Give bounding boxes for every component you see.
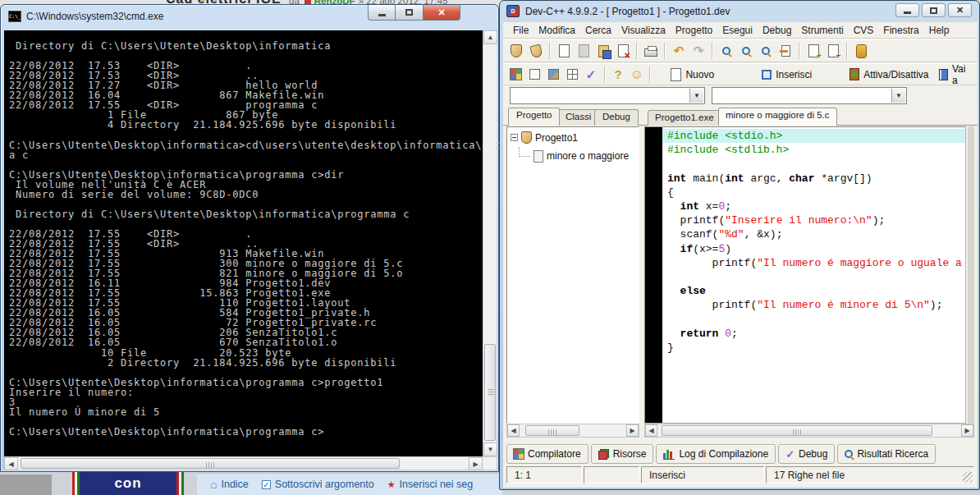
webpage-gray-block: [0, 474, 52, 495]
menu-item[interactable]: Help: [924, 25, 955, 36]
link-inserisci-segnalibri[interactable]: ★Inserisci nei seg: [387, 479, 474, 490]
toggle-breakpoint-button[interactable]: Attiva/Disattiva: [845, 66, 933, 82]
maximize-button[interactable]: [922, 3, 946, 17]
redo-button[interactable]: ↷: [689, 41, 708, 61]
project-options-button[interactable]: [851, 41, 871, 61]
tab-risultati-ricerca[interactable]: Risultati Ricerca: [837, 444, 936, 464]
project-panel-hscrollbar[interactable]: ◀ ▶: [506, 424, 639, 438]
insert-button[interactable]: Inserisci: [757, 67, 817, 82]
minimize-button[interactable]: [895, 3, 919, 17]
menu-item[interactable]: Modifica: [534, 25, 580, 36]
compile-toolbar: ✓ ? ☺ Nuovo Inserisci Attiva/Disattiva V…: [503, 63, 978, 85]
red-x-icon: ✕: [624, 52, 630, 60]
new-file-button[interactable]: [554, 41, 574, 61]
chevron-down-icon[interactable]: ▼: [689, 89, 703, 103]
collapse-icon[interactable]: [511, 134, 518, 141]
editor-tab-progetto1-exe[interactable]: Progetto1.exe: [648, 110, 721, 126]
tree-node-project[interactable]: Progetto1: [511, 131, 578, 144]
compile-run-icon: [548, 69, 559, 80]
print-button[interactable]: [641, 41, 661, 61]
maximize-button[interactable]: [396, 5, 423, 21]
menu-item[interactable]: File: [508, 25, 534, 36]
menu-item[interactable]: Debug: [758, 25, 796, 36]
code-line: scanf("%d", &x);: [662, 227, 965, 241]
tab-log-compilazione[interactable]: Log di Compilazione: [656, 444, 776, 464]
add-to-project-button[interactable]: +: [804, 41, 823, 61]
chevron-down-icon[interactable]: ▼: [891, 89, 905, 103]
scroll-down-button[interactable]: ▼: [483, 442, 497, 456]
compiler-combobox[interactable]: ▼: [510, 87, 705, 104]
horizontal-scroll-thumb[interactable]: [21, 458, 400, 469]
minimize-button[interactable]: [368, 5, 396, 21]
compile-icon: [511, 69, 521, 80]
find-in-files-button[interactable]: [736, 41, 756, 61]
tab-classi[interactable]: Classi: [557, 109, 599, 126]
about-button[interactable]: ☺: [628, 65, 647, 85]
menu-item[interactable]: Visualizza: [616, 25, 671, 36]
editor-hscrollbar[interactable]: ◀ ▶: [644, 424, 974, 438]
rebuild-all-button[interactable]: [563, 65, 582, 85]
menu-item[interactable]: Esegui: [717, 25, 758, 36]
goto-button[interactable]: Vai a: [934, 62, 978, 88]
tab-risorse[interactable]: Risorse: [591, 444, 654, 464]
close-button[interactable]: ✕: [948, 3, 972, 17]
tab-debug[interactable]: Debug: [594, 109, 639, 126]
scroll-right-button[interactable]: ▶: [626, 424, 639, 437]
close-file-button[interactable]: ✕: [613, 41, 633, 61]
compile-and-run-button[interactable]: [544, 65, 563, 85]
main-toolbar: ✕ ↶ ↷ + −: [503, 39, 978, 62]
editor-tab-minore-o-maggiore[interactable]: minore o maggiore di 5.c: [718, 108, 837, 126]
flag-stripe: [181, 472, 184, 495]
scroll-right-button[interactable]: ▶: [469, 457, 483, 470]
tab-compilatore[interactable]: Compilatore: [506, 444, 588, 464]
new-unit-button[interactable]: Nuovo: [666, 66, 719, 83]
remove-from-project-button[interactable]: −: [823, 41, 843, 61]
maximize-icon: [930, 7, 937, 14]
menu-item[interactable]: Cerca: [580, 25, 616, 36]
compile-button[interactable]: [506, 65, 525, 85]
link-indice[interactable]: ⌂Indice: [210, 478, 249, 491]
help-icon: ?: [614, 67, 621, 81]
horizontal-scroll-thumb[interactable]: [662, 425, 932, 436]
code-line: #include <stdlib.h>: [662, 143, 965, 157]
tab-progetto[interactable]: Progetto: [508, 108, 560, 126]
menu-item[interactable]: Progetto: [671, 25, 717, 36]
vertical-scroll-thumb[interactable]: [484, 344, 496, 441]
class-browser-combobox[interactable]: ▼: [712, 87, 907, 104]
run-button[interactable]: [525, 65, 544, 85]
replace-button[interactable]: [756, 41, 776, 61]
tab-debug-bottom[interactable]: ✓Debug: [778, 444, 835, 464]
new-project-button[interactable]: [506, 41, 526, 61]
code-line: return 0;: [662, 327, 965, 341]
undo-button[interactable]: ↶: [669, 41, 689, 61]
save-button[interactable]: [574, 41, 593, 61]
menu-item[interactable]: CVS: [849, 25, 879, 36]
code-line: int main(int argc, char *argv[]): [662, 172, 965, 186]
goto-line-button[interactable]: [776, 41, 795, 61]
save-all-button[interactable]: [593, 41, 613, 61]
help-button[interactable]: ?: [609, 65, 628, 85]
menu-item[interactable]: Finestra: [878, 25, 923, 36]
tree-node-file[interactable]: minore o maggiore: [515, 147, 629, 165]
code-line: int x=0;: [662, 199, 965, 213]
console-horizontal-scrollbar[interactable]: ◀ ▶: [4, 456, 497, 470]
scroll-up-button[interactable]: ▲: [483, 30, 497, 44]
find-button[interactable]: [717, 41, 736, 61]
resize-grip[interactable]: [963, 472, 973, 483]
syntax-check-button[interactable]: ✓: [582, 65, 601, 85]
scroll-left-button[interactable]: ◀: [507, 424, 520, 437]
scroll-right-button[interactable]: ▶: [961, 424, 973, 437]
console-vertical-scrollbar[interactable]: ▲ ▼: [483, 30, 497, 456]
thumb-grip: [206, 462, 214, 468]
menu-item[interactable]: Strumenti: [796, 25, 848, 36]
link-sottoscrivi[interactable]: ✓Sottoscrivi argomento: [262, 479, 374, 490]
scroll-left-button[interactable]: ◀: [645, 424, 657, 437]
editor-vscrollbar-track[interactable]: [968, 126, 974, 424]
open-project-button[interactable]: [526, 41, 546, 61]
close-button[interactable]: ✕: [423, 5, 460, 21]
cmd-console[interactable]: Directory di C:\Users\Utente\Desktop\inf…: [4, 30, 497, 470]
resources-tab-icon: [598, 449, 609, 460]
horizontal-scroll-thumb[interactable]: [525, 425, 579, 436]
scroll-left-button[interactable]: ◀: [4, 457, 18, 470]
code-editor[interactable]: #include <stdio.h>#include <stdlib.h> in…: [662, 127, 965, 423]
